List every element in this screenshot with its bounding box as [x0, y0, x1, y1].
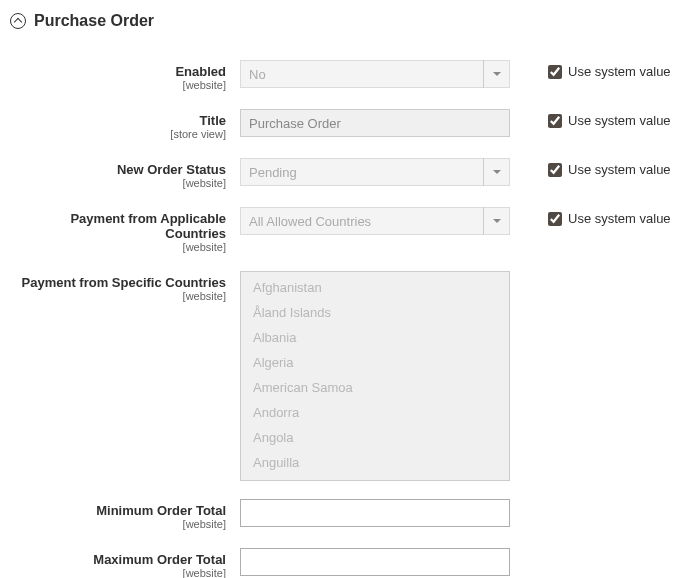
country-option[interactable]: Angola	[241, 428, 509, 453]
country-option[interactable]: Afghanistan	[241, 278, 509, 303]
field-control: No	[240, 60, 510, 88]
scope-payment-applicable: [website]	[10, 241, 226, 253]
label-payment-applicable: Payment from Applicable Countries	[70, 211, 226, 241]
section-header[interactable]: Purchase Order	[10, 12, 680, 30]
field-label: New Order Status [website]	[10, 158, 240, 189]
field-control	[240, 499, 510, 527]
min-order-total-input[interactable]	[240, 499, 510, 527]
field-control	[240, 548, 510, 576]
scope-payment-specific: [website]	[10, 290, 226, 302]
use-system-enabled[interactable]: Use system value	[510, 60, 671, 79]
max-order-total-input[interactable]	[240, 548, 510, 576]
field-enabled: Enabled [website] No Use system value	[10, 60, 680, 91]
label-payment-specific: Payment from Specific Countries	[22, 275, 226, 290]
select-wrap: No	[240, 60, 510, 88]
field-min-order-total: Minimum Order Total [website]	[10, 499, 680, 530]
field-control: All Allowed Countries	[240, 207, 510, 235]
title-input[interactable]	[240, 109, 510, 137]
scope-enabled: [website]	[10, 79, 226, 91]
use-system-title[interactable]: Use system value	[510, 109, 671, 128]
scope-max-order-total: [website]	[10, 567, 226, 578]
field-payment-applicable: Payment from Applicable Countries [websi…	[10, 207, 680, 253]
use-system-checkbox[interactable]	[548, 65, 562, 79]
field-payment-specific: Payment from Specific Countries [website…	[10, 271, 680, 481]
country-option[interactable]: Antarctica	[241, 478, 509, 481]
country-option[interactable]: Algeria	[241, 353, 509, 378]
field-max-order-total: Maximum Order Total [website]	[10, 548, 680, 578]
label-max-order-total: Maximum Order Total	[93, 552, 226, 567]
use-system-new-order-status[interactable]: Use system value	[510, 158, 671, 177]
section-title: Purchase Order	[34, 12, 154, 30]
field-title: Title [store view] Use system value	[10, 109, 680, 140]
payment-applicable-select[interactable]: All Allowed Countries	[240, 207, 510, 235]
field-label: Payment from Specific Countries [website…	[10, 271, 240, 302]
field-control: Pending	[240, 158, 510, 186]
label-new-order-status: New Order Status	[117, 162, 226, 177]
country-option[interactable]: Åland Islands	[241, 303, 509, 328]
new-order-status-select[interactable]: Pending	[240, 158, 510, 186]
field-label: Payment from Applicable Countries [websi…	[10, 207, 240, 253]
countries-multiselect[interactable]: AfghanistanÅland IslandsAlbaniaAlgeriaAm…	[240, 271, 510, 481]
label-min-order-total: Minimum Order Total	[96, 503, 226, 518]
collapse-icon	[10, 13, 26, 29]
use-system-payment-applicable[interactable]: Use system value	[510, 207, 671, 226]
country-option[interactable]: Albania	[241, 328, 509, 353]
select-wrap: Pending	[240, 158, 510, 186]
use-system-checkbox[interactable]	[548, 114, 562, 128]
field-label: Maximum Order Total [website]	[10, 548, 240, 578]
use-system-label: Use system value	[568, 113, 671, 128]
label-title: Title	[200, 113, 227, 128]
scope-new-order-status: [website]	[10, 177, 226, 189]
field-label: Enabled [website]	[10, 60, 240, 91]
label-enabled: Enabled	[175, 64, 226, 79]
select-wrap: All Allowed Countries	[240, 207, 510, 235]
field-label: Title [store view]	[10, 109, 240, 140]
use-system-label: Use system value	[568, 211, 671, 226]
country-option[interactable]: Andorra	[241, 403, 509, 428]
scope-title: [store view]	[10, 128, 226, 140]
field-control	[240, 109, 510, 137]
use-system-label: Use system value	[568, 162, 671, 177]
enabled-select[interactable]: No	[240, 60, 510, 88]
country-option[interactable]: Anguilla	[241, 453, 509, 478]
field-control: AfghanistanÅland IslandsAlbaniaAlgeriaAm…	[240, 271, 510, 481]
field-label: Minimum Order Total [website]	[10, 499, 240, 530]
country-option[interactable]: American Samoa	[241, 378, 509, 403]
use-system-label: Use system value	[568, 64, 671, 79]
scope-min-order-total: [website]	[10, 518, 226, 530]
field-new-order-status: New Order Status [website] Pending Use s…	[10, 158, 680, 189]
use-system-checkbox[interactable]	[548, 163, 562, 177]
use-system-checkbox[interactable]	[548, 212, 562, 226]
